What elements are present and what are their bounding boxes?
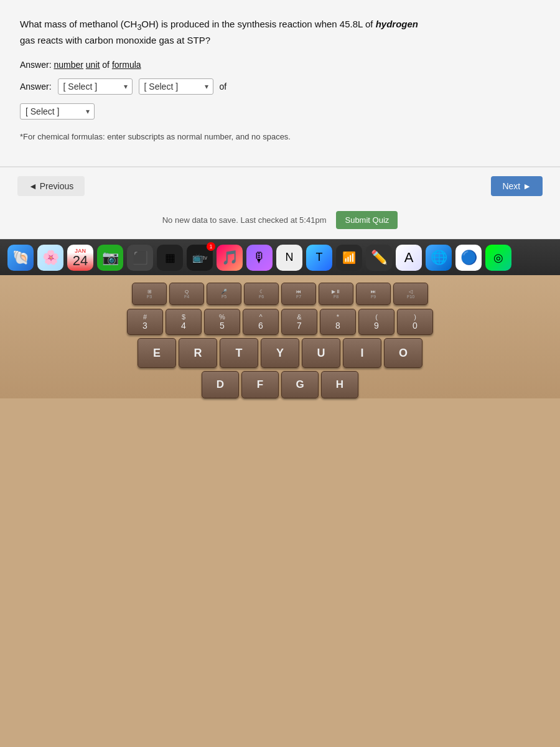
select-formula[interactable]: [ Select ] bbox=[20, 103, 95, 120]
dock-icon-signal[interactable]: 📶 bbox=[336, 245, 362, 271]
answer-label: Answer: bbox=[20, 82, 52, 92]
answer-format-label: Answer: number unit of formula bbox=[20, 60, 540, 70]
key-rparen-0[interactable]: )0 bbox=[397, 309, 433, 335]
select-number-wrapper: [ Select ] bbox=[58, 78, 133, 95]
select-formula-wrapper: [ Select ] bbox=[20, 103, 95, 120]
letter-row-2: D F G H bbox=[0, 371, 560, 398]
dock-icon-translate[interactable]: T bbox=[306, 245, 332, 271]
key-e[interactable]: E bbox=[138, 338, 176, 368]
nav-row: ◄ Previous Next ► bbox=[0, 167, 560, 205]
keyboard-area: ⊞F3 QF4 🎤F5 ☾F6 ⏮F7 ▶⏸F8 ⏭F9 ◁F10 #3 $4 … bbox=[0, 275, 560, 398]
dock-icon-chrome[interactable]: 🔵 bbox=[455, 245, 482, 271]
key-h[interactable]: H bbox=[321, 371, 358, 398]
key-f5[interactable]: 🎤F5 bbox=[207, 283, 241, 305]
dock-icon-photo[interactable]: 🌸 bbox=[37, 245, 63, 271]
key-o[interactable]: O bbox=[384, 338, 422, 368]
key-caret-6[interactable]: ^6 bbox=[243, 309, 279, 335]
key-y[interactable]: Y bbox=[261, 338, 299, 368]
answer-row-1: Answer: [ Select ] [ Select ] of bbox=[20, 78, 540, 95]
question-text: What mass of methanol (CH3OH) is produce… bbox=[20, 17, 540, 47]
dock-icon-facetime[interactable]: 📷 bbox=[97, 245, 123, 271]
key-f8[interactable]: ▶⏸F8 bbox=[319, 283, 353, 305]
key-u[interactable]: U bbox=[302, 338, 340, 368]
key-star-8[interactable]: *8 bbox=[320, 309, 356, 335]
key-f10[interactable]: ◁F10 bbox=[393, 283, 428, 305]
dock-icon-dict[interactable]: A bbox=[396, 245, 422, 271]
previous-button[interactable]: ◄ Previous bbox=[17, 176, 85, 196]
key-i[interactable]: I bbox=[343, 338, 381, 368]
key-percent-5[interactable]: %5 bbox=[204, 309, 240, 335]
key-r[interactable]: R bbox=[179, 338, 217, 368]
key-f6[interactable]: ☾F6 bbox=[244, 283, 279, 305]
key-f7[interactable]: ⏮F7 bbox=[281, 283, 316, 305]
select-number[interactable]: [ Select ] bbox=[58, 78, 133, 95]
key-d[interactable]: D bbox=[202, 371, 239, 398]
dock-icon-calendar[interactable]: JAN 24 bbox=[67, 245, 93, 271]
quiz-container: What mass of methanol (CH3OH) is produce… bbox=[0, 0, 560, 167]
key-amp-7[interactable]: &7 bbox=[281, 309, 317, 335]
key-f3[interactable]: ⊞F3 bbox=[132, 283, 167, 305]
taskbar: 🐚 🌸 JAN 24 📷 ⬛ ▦ 📺tv 1 🎵 🎙 N T 📶 ✏️ A 🌐 … bbox=[0, 239, 560, 275]
dock-icon-edit[interactable]: ✏️ bbox=[366, 245, 392, 271]
submit-quiz-button[interactable]: Submit Quiz bbox=[336, 211, 398, 229]
key-lparen-9[interactable]: (9 bbox=[358, 309, 394, 335]
number-key-row: #3 $4 %5 ^6 &7 *8 (9 )0 bbox=[0, 309, 560, 335]
key-dollar-4[interactable]: $4 bbox=[166, 309, 202, 335]
dock-icon-finder[interactable]: 🐚 bbox=[7, 245, 34, 271]
dock-icon-globe[interactable]: 🌐 bbox=[426, 245, 452, 271]
dock-icon-app2[interactable]: ▦ bbox=[157, 245, 183, 271]
dock-badge: 1 bbox=[207, 242, 215, 251]
next-button[interactable]: Next ► bbox=[491, 176, 543, 196]
answer-row-2: [ Select ] bbox=[20, 103, 540, 120]
status-text: No new data to save. Last checked at 5:4… bbox=[162, 215, 327, 225]
select-unit-wrapper: [ Select ] bbox=[139, 78, 213, 95]
key-hash-3[interactable]: #3 bbox=[127, 309, 163, 335]
select-unit[interactable]: [ Select ] bbox=[139, 78, 213, 95]
key-f9[interactable]: ⏭F9 bbox=[356, 283, 391, 305]
dock-icon-app1[interactable]: ⬛ bbox=[127, 245, 153, 271]
key-f4[interactable]: QF4 bbox=[169, 283, 204, 305]
letter-row-1: E R T Y U I O bbox=[0, 338, 560, 368]
dock-icon-appletv[interactable]: 📺tv 1 bbox=[187, 245, 213, 271]
of-text: of bbox=[220, 82, 227, 92]
key-f[interactable]: F bbox=[241, 371, 279, 398]
key-g[interactable]: G bbox=[281, 371, 319, 398]
fn-key-row: ⊞F3 QF4 🎤F5 ☾F6 ⏮F7 ▶⏸F8 ⏭F9 ◁F10 bbox=[0, 283, 560, 305]
dock-icon-news[interactable]: N bbox=[276, 245, 302, 271]
dock-icon-podcasts[interactable]: 🎙 bbox=[246, 245, 273, 271]
formula-note: *For chemical formulas: enter subscripts… bbox=[20, 132, 540, 141]
status-row: No new data to save. Last checked at 5:4… bbox=[0, 205, 560, 239]
dock-icon-music[interactable]: 🎵 bbox=[217, 245, 243, 271]
dock-icon-meet[interactable]: ◎ bbox=[485, 245, 511, 271]
key-t[interactable]: T bbox=[220, 338, 258, 368]
